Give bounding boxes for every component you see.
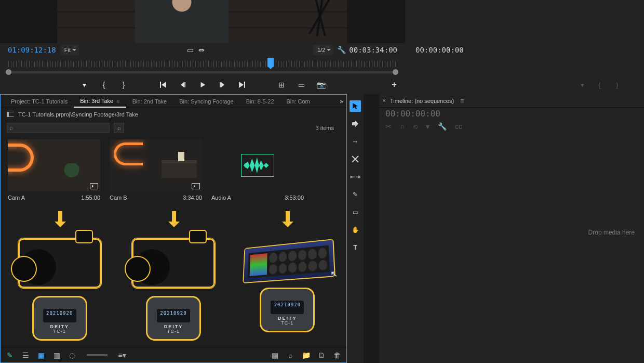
- project-tab[interactable]: Bin: Syncing Footage: [173, 95, 240, 108]
- write-button[interactable]: ✎: [6, 351, 14, 359]
- caption-icon[interactable]: cc: [455, 122, 462, 131]
- magnet-icon[interactable]: ∩: [400, 122, 405, 131]
- tab-menu-icon[interactable]: ≡: [116, 98, 119, 104]
- mark-out-button[interactable]: }: [119, 80, 128, 89]
- mark-in-button[interactable]: {: [99, 80, 109, 89]
- icon-view-button[interactable]: ▦: [37, 351, 45, 359]
- insert-button[interactable]: ⊞: [277, 80, 286, 89]
- project-tab[interactable]: Bin: Com: [280, 95, 316, 108]
- source-monitor: [0, 0, 405, 43]
- project-tab-bar: Project: TC-1 TutorialsBin: 3rd Take≡Bin…: [1, 95, 346, 108]
- breadcrumb: TC-1 Tutorials.prproj\Syncing Footage\3r…: [18, 111, 138, 118]
- step-back-button[interactable]: [178, 80, 187, 89]
- nav-up-button[interactable]: [7, 112, 14, 117]
- prog-out-icon[interactable]: }: [616, 81, 623, 88]
- drop-media-hint: Drop media here: [588, 229, 635, 236]
- project-tab[interactable]: Bin: 3rd Take≡: [74, 95, 126, 108]
- project-tab[interactable]: Project: TC-1 Tutorials: [5, 95, 74, 108]
- track-select-tool[interactable]: [350, 118, 361, 129]
- clip-thumbnail[interactable]: [8, 139, 100, 191]
- prog-in-icon[interactable]: {: [598, 81, 606, 88]
- delete-button[interactable]: 🗑: [333, 351, 341, 359]
- go-to-in-button[interactable]: [158, 80, 168, 89]
- list-view-button[interactable]: ☰: [21, 351, 30, 359]
- playhead[interactable]: [267, 58, 274, 67]
- project-tab[interactable]: Bin: 8-5-22: [240, 95, 280, 108]
- razor-tool[interactable]: [350, 153, 361, 165]
- clip-thumbnail[interactable]: [211, 139, 304, 191]
- clip-duration: 1:55:00: [81, 195, 100, 201]
- pen-tool[interactable]: ✎: [350, 189, 361, 200]
- clip-item[interactable]: Cam B3:34:00: [110, 139, 202, 201]
- new-item-button[interactable]: 🗎: [317, 351, 326, 359]
- source-video-frame: [57, 0, 347, 43]
- source-transport: ▾ { } ⊞ ▭ 📷 +: [0, 75, 405, 94]
- illustration-overlay: 20210920 DEITYTC-1 20210920 DEITYTC-1: [8, 211, 339, 339]
- panel-menu-button[interactable]: ≡: [460, 97, 464, 105]
- ripple-edit-tool[interactable]: ↔: [350, 136, 361, 147]
- cursor-icon: ↖: [330, 269, 338, 279]
- marker-icon[interactable]: ▾: [426, 122, 430, 131]
- resolution-dropdown[interactable]: 1/2: [313, 45, 333, 55]
- project-panel: Project: TC-1 TutorialsBin: 3rd Take≡Bin…: [0, 94, 347, 363]
- search-input[interactable]: [7, 123, 110, 133]
- zoom-label: Fit: [64, 47, 71, 53]
- close-panel-button[interactable]: ×: [382, 97, 386, 105]
- video-badge-icon: [90, 183, 98, 189]
- recorder-illustration: ↖: [244, 240, 335, 282]
- rectangle-tool[interactable]: ▭: [350, 206, 361, 218]
- clip-duration: 3:34:00: [183, 195, 202, 201]
- prog-marker-icon[interactable]: ▾: [581, 81, 588, 88]
- new-bin-button[interactable]: 📁: [302, 351, 310, 359]
- source-duration: 00:03:34:00: [349, 46, 397, 54]
- timecode-box-illustration: 20210920 DEITYTC-1: [34, 297, 86, 339]
- project-footer: ✎ ☰ ▦ ▥ ◌ ≡▾ ▤ ⌕ 📁 🗎 🗑: [1, 347, 346, 362]
- type-tool[interactable]: T: [350, 242, 361, 253]
- video-badge-icon: [192, 183, 200, 189]
- clip-item[interactable]: Cam A1:55:00: [8, 139, 100, 201]
- timeline-timecode[interactable]: 00:00:00:00: [379, 108, 644, 120]
- timeline-settings-icon[interactable]: 🔧: [438, 122, 447, 131]
- timecode-box-illustration: 20210920 DEITYTC-1: [147, 297, 199, 339]
- sort-menu-button[interactable]: ≡▾: [118, 351, 126, 359]
- tool-strip: ↔ ⇤⇥ ✎ ▭ ✋ T: [347, 94, 364, 363]
- safe-margins-button[interactable]: ▭: [186, 46, 194, 54]
- source-scrub-ruler[interactable]: [0, 57, 405, 75]
- go-to-out-button[interactable]: [237, 80, 247, 89]
- selection-tool[interactable]: [350, 100, 361, 112]
- in-handle[interactable]: [6, 69, 11, 75]
- out-handle[interactable]: [393, 69, 398, 75]
- clip-item[interactable]: Audio A3:53:00: [211, 139, 304, 201]
- add-marker-button[interactable]: ▾: [79, 80, 89, 89]
- new-search-bin-button[interactable]: ⌕: [114, 123, 124, 133]
- step-forward-button[interactable]: [218, 80, 227, 89]
- program-timecode[interactable]: 00:00:00:00: [415, 46, 464, 54]
- drag-video-icon[interactable]: ⇔: [198, 46, 205, 54]
- overwrite-button[interactable]: ▭: [297, 80, 306, 89]
- auto-sequence-button[interactable]: ▤: [271, 351, 279, 359]
- source-timecode[interactable]: 01:09:12:18: [8, 46, 56, 54]
- clip-duration: 3:53:00: [285, 195, 304, 201]
- linked-selection-icon[interactable]: ⎋: [413, 122, 418, 131]
- export-frame-button[interactable]: 📷: [316, 80, 326, 89]
- camera-illustration: [132, 238, 215, 288]
- settings-icon[interactable]: 🔧: [338, 46, 345, 54]
- clip-name: Cam A: [8, 195, 25, 201]
- sort-icon[interactable]: ◌: [68, 351, 76, 359]
- arrow-icon: [169, 211, 178, 229]
- timecode-box-illustration: 20210920 DEITYTC-1: [261, 289, 313, 331]
- zoom-dropdown[interactable]: Fit: [60, 45, 79, 55]
- slip-tool[interactable]: ⇤⇥: [350, 171, 361, 183]
- snap-icon[interactable]: ✂: [385, 122, 392, 131]
- tc-model: TC-1: [167, 329, 180, 334]
- freeform-view-button[interactable]: ▥: [52, 351, 61, 359]
- clip-thumbnail[interactable]: [110, 139, 202, 191]
- thumb-size-slider[interactable]: [87, 354, 108, 356]
- find-button[interactable]: ⌕: [286, 351, 294, 359]
- button-editor[interactable]: +: [390, 80, 399, 89]
- project-tab[interactable]: Bin: 2nd Take: [126, 95, 173, 108]
- tab-overflow-button[interactable]: »: [340, 98, 343, 105]
- play-button[interactable]: [198, 80, 207, 89]
- camera-illustration: [18, 238, 101, 288]
- hand-tool[interactable]: ✋: [350, 224, 361, 236]
